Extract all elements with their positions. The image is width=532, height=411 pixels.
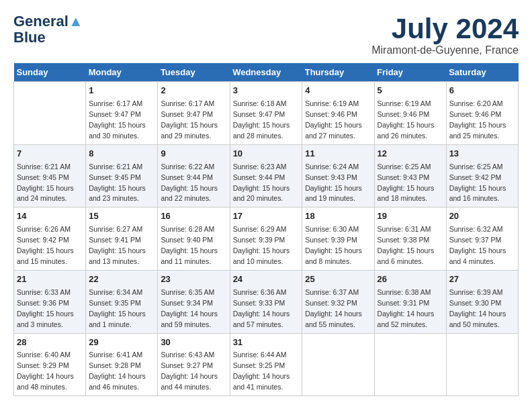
day-number: 18 bbox=[305, 210, 371, 223]
sunrise-text: Sunrise: 6:24 AM bbox=[305, 163, 359, 171]
day-number: 12 bbox=[378, 148, 443, 161]
day-header-tuesday: Tuesday bbox=[158, 63, 230, 82]
day-number: 1 bbox=[89, 85, 154, 97]
daylight-text: Daylight: 14 hours and 44 minutes. bbox=[161, 372, 218, 391]
daylight-text: Daylight: 15 hours and 22 minutes. bbox=[161, 184, 218, 203]
day-number: 17 bbox=[233, 210, 300, 223]
day-number: 26 bbox=[378, 273, 443, 286]
day-number: 2 bbox=[161, 85, 226, 97]
daylight-text: Daylight: 14 hours and 52 minutes. bbox=[378, 310, 435, 328]
day-number: 15 bbox=[89, 210, 154, 223]
daylight-text: Daylight: 14 hours and 55 minutes. bbox=[305, 310, 362, 328]
day-number: 29 bbox=[89, 336, 154, 349]
calendar-cell bbox=[446, 333, 518, 396]
sunset-text: Sunset: 9:30 PM bbox=[449, 299, 502, 307]
sunset-text: Sunset: 9:43 PM bbox=[305, 173, 357, 181]
day-number: 3 bbox=[233, 85, 300, 97]
month-title: July 2024 bbox=[371, 13, 519, 44]
sunrise-text: Sunrise: 6:29 AM bbox=[233, 225, 287, 233]
sunset-text: Sunset: 9:25 PM bbox=[233, 361, 285, 369]
sunrise-text: Sunrise: 6:32 AM bbox=[449, 225, 503, 233]
calendar-cell: 18 Sunrise: 6:30 AM Sunset: 9:39 PM Dayl… bbox=[302, 208, 374, 271]
sunrise-text: Sunrise: 6:23 AM bbox=[233, 163, 287, 171]
calendar-cell: 16 Sunrise: 6:28 AM Sunset: 9:40 PM Dayl… bbox=[158, 208, 230, 271]
sunrise-text: Sunrise: 6:34 AM bbox=[89, 288, 142, 296]
week-row-5: 28 Sunrise: 6:40 AM Sunset: 9:29 PM Dayl… bbox=[14, 333, 519, 396]
daylight-text: Daylight: 14 hours and 59 minutes. bbox=[161, 310, 218, 328]
sunrise-text: Sunrise: 6:35 AM bbox=[161, 288, 214, 296]
calendar-cell: 27 Sunrise: 6:39 AM Sunset: 9:30 PM Dayl… bbox=[446, 270, 518, 333]
sunrise-text: Sunrise: 6:37 AM bbox=[305, 288, 359, 296]
day-number: 5 bbox=[378, 85, 443, 97]
day-number: 11 bbox=[305, 148, 371, 161]
sunrise-text: Sunrise: 6:31 AM bbox=[378, 225, 431, 233]
daylight-text: Daylight: 15 hours and 26 minutes. bbox=[378, 121, 435, 140]
calendar-cell: 6 Sunrise: 6:20 AM Sunset: 9:46 PM Dayli… bbox=[446, 82, 518, 145]
calendar-cell: 4 Sunrise: 6:19 AM Sunset: 9:46 PM Dayli… bbox=[302, 82, 374, 145]
day-number: 4 bbox=[305, 85, 371, 97]
sunset-text: Sunset: 9:43 PM bbox=[378, 173, 430, 181]
logo-text: General▲Blue bbox=[13, 13, 83, 46]
sunrise-text: Sunrise: 6:22 AM bbox=[161, 163, 214, 171]
calendar-cell: 1 Sunrise: 6:17 AM Sunset: 9:47 PM Dayli… bbox=[86, 82, 158, 145]
sunrise-text: Sunrise: 6:17 AM bbox=[161, 99, 214, 107]
calendar-cell: 2 Sunrise: 6:17 AM Sunset: 9:47 PM Dayli… bbox=[158, 82, 230, 145]
calendar-cell bbox=[374, 333, 446, 396]
week-row-3: 14 Sunrise: 6:26 AM Sunset: 9:42 PM Dayl… bbox=[14, 208, 519, 271]
sunrise-text: Sunrise: 6:41 AM bbox=[89, 351, 142, 359]
sunset-text: Sunset: 9:41 PM bbox=[89, 236, 141, 244]
day-number: 8 bbox=[89, 148, 154, 161]
daylight-text: Daylight: 15 hours and 11 minutes. bbox=[161, 246, 218, 265]
calendar-cell: 5 Sunrise: 6:19 AM Sunset: 9:46 PM Dayli… bbox=[374, 82, 446, 145]
daylight-text: Daylight: 14 hours and 50 minutes. bbox=[449, 310, 506, 328]
day-number: 30 bbox=[161, 336, 226, 349]
sunset-text: Sunset: 9:36 PM bbox=[17, 299, 69, 307]
sunset-text: Sunset: 9:46 PM bbox=[378, 110, 430, 118]
sunrise-text: Sunrise: 6:19 AM bbox=[378, 99, 431, 107]
sunrise-text: Sunrise: 6:28 AM bbox=[161, 225, 214, 233]
sunset-text: Sunset: 9:35 PM bbox=[89, 299, 141, 307]
calendar-cell: 25 Sunrise: 6:37 AM Sunset: 9:32 PM Dayl… bbox=[302, 270, 374, 333]
sunset-text: Sunset: 9:42 PM bbox=[17, 236, 69, 244]
logo: General▲Blue bbox=[13, 13, 83, 46]
sunset-text: Sunset: 9:33 PM bbox=[233, 299, 285, 307]
daylight-text: Daylight: 15 hours and 29 minutes. bbox=[161, 121, 218, 140]
sunset-text: Sunset: 9:45 PM bbox=[89, 173, 141, 181]
sunset-text: Sunset: 9:40 PM bbox=[161, 236, 213, 244]
calendar-cell bbox=[302, 333, 374, 396]
sunrise-text: Sunrise: 6:27 AM bbox=[89, 225, 142, 233]
sunrise-text: Sunrise: 6:39 AM bbox=[449, 288, 503, 296]
calendar-table: SundayMondayTuesdayWednesdayThursdayFrid… bbox=[13, 63, 519, 396]
daylight-text: Daylight: 15 hours and 6 minutes. bbox=[378, 246, 435, 265]
sunrise-text: Sunrise: 6:30 AM bbox=[305, 225, 359, 233]
sunrise-text: Sunrise: 6:25 AM bbox=[449, 163, 503, 171]
sunrise-text: Sunrise: 6:40 AM bbox=[17, 351, 71, 359]
day-number: 24 bbox=[233, 273, 300, 286]
sunset-text: Sunset: 9:39 PM bbox=[233, 236, 285, 244]
day-header-wednesday: Wednesday bbox=[230, 63, 302, 82]
calendar-cell: 24 Sunrise: 6:36 AM Sunset: 9:33 PM Dayl… bbox=[230, 270, 302, 333]
sunrise-text: Sunrise: 6:43 AM bbox=[161, 351, 214, 359]
day-number: 20 bbox=[449, 210, 515, 223]
calendar-cell: 28 Sunrise: 6:40 AM Sunset: 9:29 PM Dayl… bbox=[14, 333, 86, 396]
sunrise-text: Sunrise: 6:38 AM bbox=[378, 288, 431, 296]
week-row-1: 1 Sunrise: 6:17 AM Sunset: 9:47 PM Dayli… bbox=[14, 82, 519, 145]
day-number: 6 bbox=[449, 85, 515, 97]
daylight-text: Daylight: 14 hours and 41 minutes. bbox=[233, 372, 290, 391]
daylight-text: Daylight: 15 hours and 4 minutes. bbox=[449, 246, 506, 265]
calendar-cell: 21 Sunrise: 6:33 AM Sunset: 9:36 PM Dayl… bbox=[14, 270, 86, 333]
sunset-text: Sunset: 9:28 PM bbox=[89, 361, 141, 369]
daylight-text: Daylight: 14 hours and 48 minutes. bbox=[17, 372, 74, 391]
page-header: General▲Blue July 2024 Miramont-de-Guyen… bbox=[13, 13, 519, 56]
sunrise-text: Sunrise: 6:20 AM bbox=[449, 99, 503, 107]
day-number: 28 bbox=[17, 336, 83, 349]
week-row-2: 7 Sunrise: 6:21 AM Sunset: 9:45 PM Dayli… bbox=[14, 144, 519, 208]
sunset-text: Sunset: 9:32 PM bbox=[305, 299, 357, 307]
sunrise-text: Sunrise: 6:33 AM bbox=[17, 288, 71, 296]
sunset-text: Sunset: 9:31 PM bbox=[378, 299, 430, 307]
daylight-text: Daylight: 15 hours and 15 minutes. bbox=[17, 246, 74, 265]
sunset-text: Sunset: 9:45 PM bbox=[17, 173, 69, 181]
sunset-text: Sunset: 9:47 PM bbox=[161, 110, 213, 118]
sunset-text: Sunset: 9:47 PM bbox=[89, 110, 141, 118]
day-header-saturday: Saturday bbox=[446, 63, 518, 82]
